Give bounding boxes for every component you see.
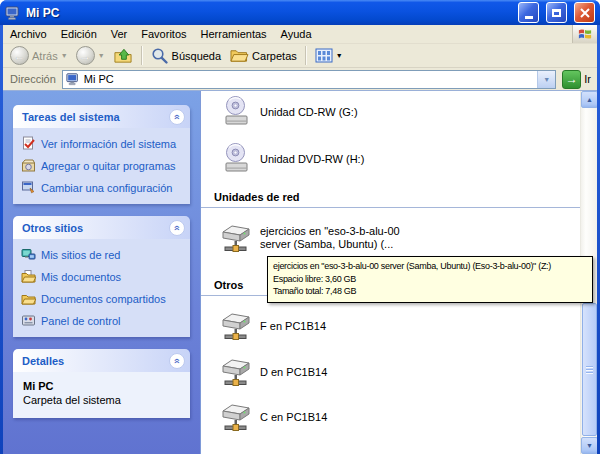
forward-arrow-icon: → [76, 46, 95, 65]
back-arrow-icon: ← [10, 46, 29, 65]
network-places-label: Mis sitios de red [41, 249, 120, 261]
shared-documents-link[interactable]: Documentos compartidos [21, 291, 186, 306]
collapse-button[interactable]: » [169, 220, 185, 236]
back-dropdown-icon[interactable]: ▼ [61, 52, 68, 59]
my-computer-icon [66, 72, 80, 86]
address-value: Mi PC [84, 73, 114, 85]
window-title: Mi PC [26, 6, 511, 20]
drive-tooltip: ejercicios en "eso-3-b-alu-00 server (Sa… [267, 256, 593, 303]
network-drive-icon [219, 355, 253, 389]
address-bar: Dirección Mi PC ▼ → Ir [3, 68, 597, 91]
drive-label: ejercicios en "eso-3-b-alu-00 server (Sa… [260, 225, 400, 251]
folder-up-icon [113, 46, 133, 65]
details-header: Detalles » [13, 349, 190, 372]
cd-drive-icon [219, 95, 253, 129]
other-places-title: Otros sitios [22, 222, 83, 234]
back-button[interactable]: ← Atrás ▼ [7, 46, 71, 65]
network-drive-z[interactable]: ejercicios en "eso-3-b-alu-00 server (Sa… [219, 221, 400, 255]
control-panel-link[interactable]: Panel de control [21, 313, 186, 328]
scroll-down-button[interactable]: ▼ [581, 437, 597, 454]
back-label: Atrás [32, 50, 58, 62]
view-system-info-label: Ver información del sistema [41, 138, 176, 150]
my-computer-icon [5, 5, 21, 21]
tooltip-total-size: Tamaño total: 7,48 GB [273, 285, 587, 298]
maximize-button[interactable] [546, 2, 567, 23]
scrollbar-thumb[interactable] [582, 303, 597, 436]
drive-cdrw-g[interactable]: Unidad CD-RW (G:) [219, 95, 358, 129]
network-drive-icon [219, 221, 253, 255]
drive-label: Unidad CD-RW (G:) [260, 106, 358, 118]
toolbar: ← Atrás ▼ → ▼ Búsqueda [3, 44, 597, 68]
search-label: Búsqueda [172, 50, 222, 62]
up-button[interactable] [110, 46, 136, 65]
system-info-icon [21, 136, 36, 151]
network-drive-c[interactable]: C en PC1B14 [219, 400, 327, 434]
go-button[interactable]: → Ir [562, 70, 594, 89]
group-network-drives: Unidades de red [201, 189, 580, 208]
network-places-link[interactable]: Mis sitios de red [21, 247, 186, 262]
drive-label: F en PC1B14 [260, 320, 326, 332]
menu-bar: Archivo Edición Ver Favoritos Herramient… [3, 25, 597, 44]
collapse-button[interactable]: » [169, 353, 185, 369]
control-panel-label: Panel de control [41, 315, 121, 327]
menu-ayuda[interactable]: Ayuda [274, 28, 319, 40]
view-system-info-link[interactable]: Ver información del sistema [21, 136, 186, 151]
close-button[interactable] [574, 2, 595, 23]
network-drive-icon [219, 400, 253, 434]
tooltip-name: ejercicios en "eso-3-b-alu-00 server (Sa… [273, 260, 587, 273]
main-area: Tareas del sistema » Ver [3, 91, 597, 454]
folders-button[interactable]: Carpetas [226, 47, 300, 64]
other-places-header: Otros sitios » [13, 216, 190, 239]
go-label: Ir [584, 73, 591, 85]
views-button[interactable]: ▼ [312, 47, 346, 64]
my-documents-link[interactable]: Mis documentos [21, 269, 186, 284]
drive-label: C en PC1B14 [260, 411, 327, 423]
details-title: Detalles [22, 355, 64, 367]
system-tasks-header: Tareas del sistema » [13, 105, 190, 128]
add-remove-programs-icon [21, 158, 36, 173]
go-arrow-icon: → [562, 70, 581, 89]
folders-icon [229, 47, 249, 64]
views-grid-icon [315, 47, 333, 64]
add-remove-programs-link[interactable]: Agregar o quitar programas [21, 158, 186, 173]
menu-edicion[interactable]: Edición [54, 28, 104, 40]
address-dropdown-button[interactable]: ▼ [537, 71, 555, 88]
network-drive-d[interactable]: D en PC1B14 [219, 355, 327, 389]
scroll-up-button[interactable]: ▲ [581, 91, 597, 108]
drive-label-line2: server (Samba, Ubuntu) (... [260, 238, 400, 251]
task-pane: Tareas del sistema » Ver [3, 91, 200, 454]
minimize-button[interactable] [518, 2, 539, 23]
forward-dropdown-icon[interactable]: ▼ [98, 52, 105, 59]
collapse-button[interactable]: » [169, 109, 185, 125]
drive-label: D en PC1B14 [260, 366, 327, 378]
my-documents-label: Mis documentos [41, 271, 121, 283]
change-setting-link[interactable]: Cambiar una configuración [21, 180, 186, 195]
add-remove-programs-label: Agregar o quitar programas [41, 160, 176, 172]
folders-label: Carpetas [252, 50, 297, 62]
change-setting-icon [21, 180, 36, 195]
menu-herramientas[interactable]: Herramientas [194, 28, 274, 40]
menu-archivo[interactable]: Archivo [3, 28, 54, 40]
drive-label: Unidad DVD-RW (H:) [260, 153, 364, 165]
search-button[interactable]: Búsqueda [148, 47, 225, 65]
windows-logo-icon [572, 25, 597, 43]
menu-ver[interactable]: Ver [104, 28, 135, 40]
other-places-body: Mis sitios de red Mis documentos [13, 239, 190, 337]
tooltip-free-space: Espacio libre: 3,60 GB [273, 273, 587, 286]
forward-button[interactable]: → ▼ [73, 46, 108, 65]
views-dropdown-icon[interactable]: ▼ [336, 52, 343, 59]
address-label: Dirección [10, 73, 56, 85]
explorer-window: Mi PC Archivo Edición Ver Favoritos Herr… [0, 0, 600, 454]
address-combobox[interactable]: Mi PC ▼ [62, 70, 556, 89]
menu-favoritos[interactable]: Favoritos [134, 28, 193, 40]
drive-label-line1: ejercicios en "eso-3-b-alu-00 [260, 225, 400, 238]
drive-dvdrw-h[interactable]: Unidad DVD-RW (H:) [219, 142, 364, 176]
cd-drive-icon [219, 142, 253, 176]
details-item-description: Carpeta del sistema [23, 394, 182, 406]
shared-documents-icon [21, 291, 36, 306]
details-body: Mi PC Carpeta del sistema [13, 372, 190, 418]
network-drive-f[interactable]: F en PC1B14 [219, 309, 326, 343]
title-bar: Mi PC [0, 0, 600, 25]
toolbar-separator [305, 46, 307, 65]
search-icon [151, 47, 169, 65]
